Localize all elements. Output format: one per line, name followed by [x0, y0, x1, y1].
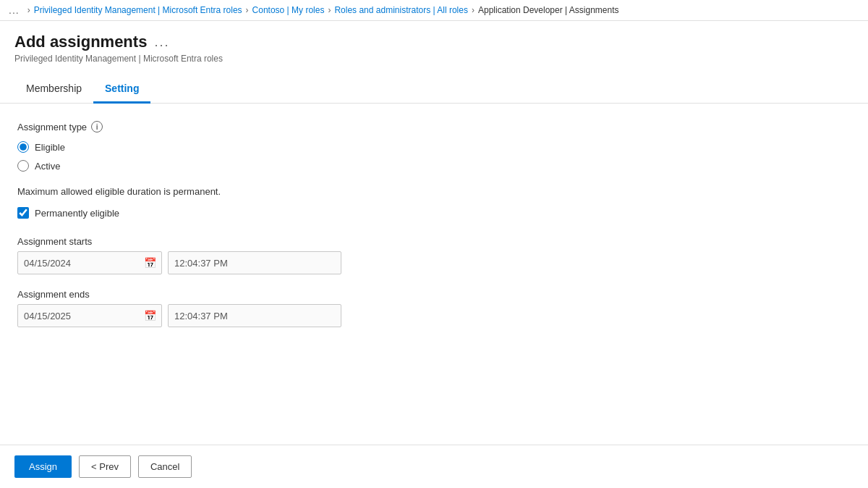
footer: Assign < Prev Cancel: [0, 445, 868, 488]
prev-button[interactable]: < Prev: [79, 455, 131, 478]
permanently-eligible-label[interactable]: Permanently eligible: [35, 208, 119, 219]
cancel-button[interactable]: Cancel: [138, 455, 192, 478]
permanently-eligible-checkbox[interactable]: [17, 207, 29, 219]
title-options-ellipsis[interactable]: ...: [154, 35, 169, 50]
assignment-starts-label: Assignment starts: [17, 236, 851, 247]
tab-setting[interactable]: Setting: [93, 75, 150, 104]
radio-active-label: Active: [35, 161, 60, 172]
assignment-starts-group: Assignment starts 📅: [17, 236, 851, 274]
assignment-type-radio-group: Eligible Active: [17, 141, 851, 172]
breadcrumb-item-3: Application Developer | Assignments: [478, 5, 619, 15]
assignment-ends-date-input[interactable]: [17, 304, 162, 327]
assignment-starts-time-input[interactable]: [168, 251, 341, 274]
breadcrumb-sep-3: ›: [472, 5, 475, 15]
assignment-starts-fields: 📅: [17, 251, 851, 274]
assignment-starts-date-wrapper: 📅: [17, 251, 162, 274]
radio-eligible-label: Eligible: [35, 142, 65, 153]
assignment-ends-label: Assignment ends: [17, 289, 851, 300]
breadcrumb: ... › Privileged Identity Management | M…: [0, 0, 868, 21]
radio-active-input[interactable]: [17, 160, 29, 172]
breadcrumb-item-0[interactable]: Privileged Identity Management | Microso…: [34, 5, 242, 15]
tabs-container: Membership Setting: [0, 75, 868, 104]
breadcrumb-sep-0: ›: [27, 5, 30, 15]
assignment-type-label: Assignment type i: [17, 121, 851, 132]
page-header: Add assignments ... Privileged Identity …: [0, 21, 868, 70]
breadcrumb-item-2[interactable]: Roles and administrators | All roles: [334, 5, 468, 15]
page-subtitle: Privileged Identity Management | Microso…: [14, 54, 854, 64]
tab-membership[interactable]: Membership: [14, 75, 93, 104]
permanently-eligible-row: Permanently eligible: [17, 207, 851, 219]
radio-eligible[interactable]: Eligible: [17, 141, 851, 153]
radio-active[interactable]: Active: [17, 160, 851, 172]
breadcrumb-ellipsis[interactable]: ...: [9, 4, 20, 16]
assign-button[interactable]: Assign: [14, 455, 72, 478]
assignment-ends-date-wrapper: 📅: [17, 304, 162, 327]
assignment-starts-date-input[interactable]: [17, 251, 162, 274]
breadcrumb-item-1[interactable]: Contoso | My roles: [252, 5, 325, 15]
assignment-type-info-icon[interactable]: i: [91, 121, 103, 132]
permanent-info-text: Maximum allowed eligible duration is per…: [17, 186, 851, 197]
page-title: Add assignments: [14, 33, 147, 51]
assignment-ends-time-input[interactable]: [168, 304, 341, 327]
assignment-ends-group: Assignment ends 📅: [17, 289, 851, 327]
main-content: Assignment type i Eligible Active Maximu…: [0, 104, 868, 445]
breadcrumb-sep-1: ›: [246, 5, 249, 15]
radio-eligible-input[interactable]: [17, 141, 29, 153]
breadcrumb-sep-2: ›: [328, 5, 331, 15]
assignment-ends-fields: 📅: [17, 304, 851, 327]
